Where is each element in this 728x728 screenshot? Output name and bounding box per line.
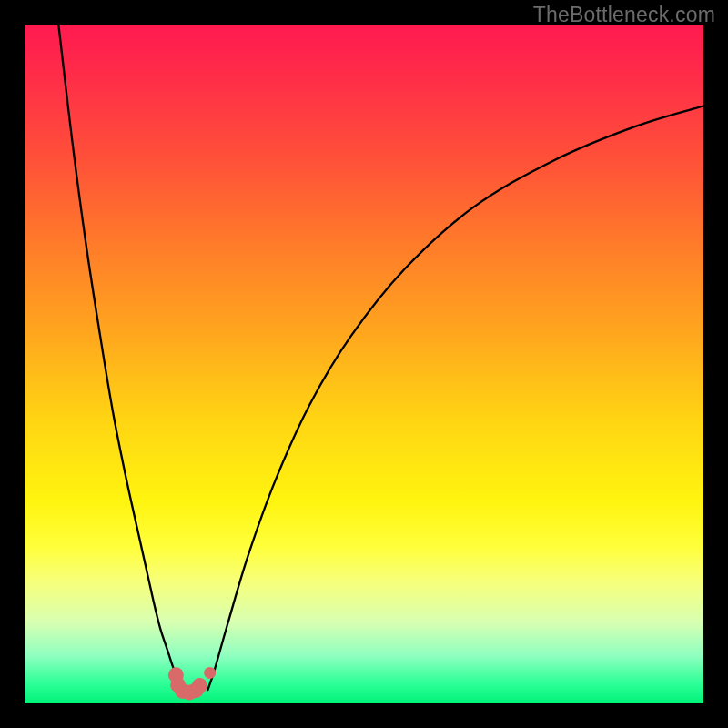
valley-dots xyxy=(168,667,216,701)
outer-frame: TheBottleneck.com xyxy=(0,0,728,728)
attribution-text: TheBottleneck.com xyxy=(533,3,715,27)
valley-dot xyxy=(192,678,207,693)
valley-dot xyxy=(204,667,216,679)
left-curve xyxy=(58,25,187,690)
right-curve xyxy=(207,106,703,691)
plot-area xyxy=(25,25,703,703)
curves-svg xyxy=(25,25,703,703)
